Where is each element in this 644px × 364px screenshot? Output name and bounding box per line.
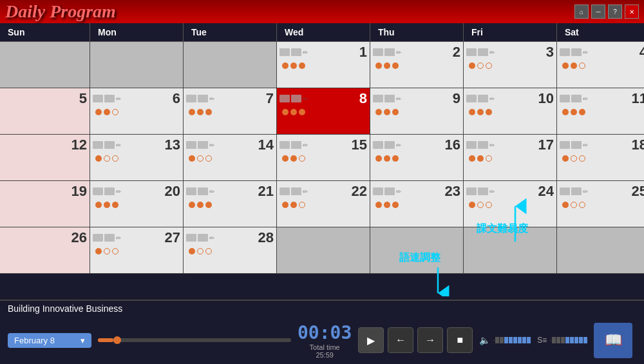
cal-cell[interactable]: ✏21: [184, 181, 277, 227]
cal-cell[interactable]: ✏25: [557, 181, 644, 227]
cal-cell[interactable]: ✏24: [464, 181, 557, 227]
lesson-icon: [478, 48, 488, 56]
progress-dot: [95, 202, 102, 208]
lesson-icon: [478, 141, 488, 149]
progress-dot: [477, 202, 484, 208]
cal-cell[interactable]: ✏3: [464, 42, 557, 88]
pencil-icon: ✏: [396, 49, 402, 55]
cal-cell[interactable]: ✏4: [557, 42, 644, 88]
progress-dot: [579, 62, 585, 69]
lesson-icon: [198, 187, 208, 195]
cal-cell[interactable]: ✏8: [277, 88, 370, 135]
cal-cell[interactable]: ✏1: [277, 42, 370, 88]
cal-cell[interactable]: [277, 227, 370, 274]
lesson-icon: [279, 141, 290, 149]
progress-dot: [384, 62, 390, 69]
lesson-icon: [571, 141, 582, 149]
cal-cell[interactable]: [90, 42, 184, 88]
cal-cell[interactable]: ✏11: [557, 88, 644, 135]
progress-dot: [104, 155, 110, 162]
header-tue: Tue: [184, 23, 277, 41]
cal-cell[interactable]: 19: [0, 181, 90, 227]
cal-cell[interactable]: [464, 227, 557, 274]
progress-dot: [384, 202, 390, 208]
cal-cell[interactable]: ✏2: [370, 42, 464, 88]
home-button[interactable]: ⌂: [574, 5, 589, 19]
book-button[interactable]: 📖: [594, 323, 632, 358]
help-button[interactable]: ?: [608, 5, 622, 19]
next-button[interactable]: →: [417, 327, 443, 353]
progress-dot: [95, 109, 102, 115]
cal-cell[interactable]: ✏14: [184, 135, 277, 181]
lesson-icon: [560, 187, 570, 195]
window-controls: ⌂ ─ ? ✕: [574, 5, 639, 19]
progress-fill: [98, 338, 113, 342]
pencil-icon: ✏: [116, 95, 122, 102]
progress-dot: [299, 155, 305, 162]
progress-area[interactable]: [98, 338, 291, 342]
progress-dot: [562, 155, 569, 162]
cal-cell[interactable]: ✏15: [277, 135, 370, 181]
speed-slider[interactable]: -: [549, 337, 587, 343]
cal-cell[interactable]: 12: [0, 135, 90, 181]
current-time: 00:03: [298, 322, 352, 343]
date-dropdown[interactable]: February 8 ▾: [8, 333, 91, 348]
cal-cell[interactable]: [184, 42, 277, 88]
progress-dot: [189, 155, 195, 162]
progress-dot: [477, 109, 484, 115]
cal-cell[interactable]: ✏22: [277, 181, 370, 227]
cal-cell[interactable]: ✏17: [464, 135, 557, 181]
cal-cell[interactable]: ✏27: [90, 227, 184, 274]
date-number: 23: [445, 184, 460, 198]
lesson-icon: [373, 187, 383, 195]
cal-cell[interactable]: ✏28: [184, 227, 277, 274]
progress-dot: [197, 109, 204, 115]
minimize-button[interactable]: ─: [591, 5, 605, 19]
progress-dot: [562, 109, 569, 115]
transport-controls: ▶ ← → ■: [358, 327, 473, 353]
cal-cell[interactable]: 5: [0, 88, 90, 135]
cal-cell[interactable]: ✏20: [90, 181, 184, 227]
stop-button[interactable]: ■: [447, 327, 473, 353]
cal-cell[interactable]: ✏10: [464, 88, 557, 135]
progress-dot: [95, 155, 102, 162]
lesson-icon: [291, 48, 301, 56]
progress-dot: [205, 109, 212, 115]
pencil-icon: ✏: [583, 142, 589, 148]
cal-cell[interactable]: ✏16: [370, 135, 464, 181]
date-number: 14: [258, 138, 274, 152]
progress-dot: [486, 109, 492, 115]
progress-dot: [469, 155, 475, 162]
prev-button[interactable]: ←: [388, 327, 413, 353]
cal-cell[interactable]: ✏9: [370, 88, 464, 135]
lesson-icon: [279, 187, 290, 195]
date-number: 9: [453, 91, 460, 106]
lesson-icon: [466, 95, 477, 102]
cal-cell[interactable]: [557, 227, 644, 274]
cal-cell[interactable]: 26: [0, 227, 90, 274]
cal-cell[interactable]: ✏23: [370, 181, 464, 227]
pencil-icon: ✏: [116, 235, 122, 241]
pencil-icon: ✏: [303, 49, 309, 55]
play-button[interactable]: ▶: [358, 327, 384, 353]
volume-slider[interactable]: -: [493, 337, 531, 343]
pencil-icon: ✏: [209, 188, 216, 195]
pencil-icon: ✏: [489, 188, 496, 195]
close-button[interactable]: ✕: [625, 5, 639, 19]
course-title: Building Innovative Business: [0, 300, 644, 316]
date-number: 6: [173, 91, 180, 106]
cal-cell[interactable]: ✏7: [184, 88, 277, 135]
cal-cell[interactable]: ✏13: [90, 135, 184, 181]
progress-dot: [392, 202, 399, 208]
cal-cell[interactable]: [370, 227, 464, 274]
cal-cell[interactable]: ✏18: [557, 135, 644, 181]
lesson-icon: [571, 187, 582, 195]
progress-dot: [104, 248, 110, 254]
progress-track[interactable]: [98, 338, 291, 342]
cal-cell[interactable]: [0, 42, 90, 88]
cal-cell[interactable]: ✏6: [90, 88, 184, 135]
progress-dot: [290, 62, 297, 69]
progress-dot: [571, 109, 577, 115]
lesson-icon: [186, 234, 196, 242]
lesson-icon: [93, 234, 103, 242]
